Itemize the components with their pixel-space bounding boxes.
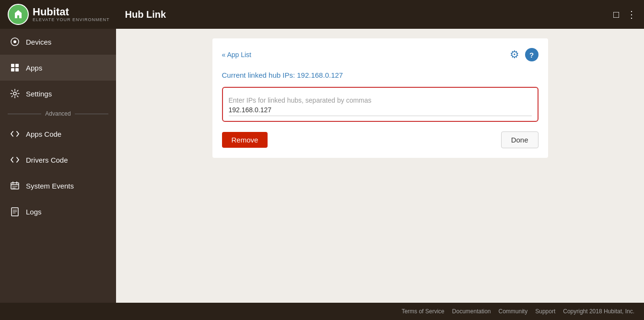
done-button[interactable]: Done	[501, 131, 539, 148]
advanced-divider: Advanced	[0, 107, 116, 121]
footer: Terms of Service Documentation Community…	[0, 303, 644, 320]
sidebar-label-apps-code: Apps Code	[26, 130, 61, 138]
svg-rect-3	[11, 64, 14, 67]
panel-toolbar: « App List ⚙ ?	[222, 48, 539, 61]
sidebar-item-settings[interactable]: Settings	[0, 81, 116, 107]
header: Hubitat ELEVATE YOUR ENVIRONMENT Hub Lin…	[0, 0, 644, 29]
footer-support[interactable]: Support	[535, 308, 555, 315]
sidebar: Devices Apps Settings	[0, 29, 116, 303]
apps-icon	[10, 62, 20, 73]
sidebar-label-devices: Devices	[26, 38, 51, 46]
sidebar-item-apps-code[interactable]: Apps Code	[0, 121, 116, 147]
logo: Hubitat ELEVATE YOUR ENVIRONMENT	[8, 4, 110, 25]
app-list-link[interactable]: « App List	[222, 51, 252, 59]
current-ips-label: Current linked hub IPs: 192.168.0.127	[222, 71, 539, 79]
sidebar-label-settings: Settings	[26, 90, 52, 98]
sidebar-item-system-events[interactable]: System Events	[0, 173, 116, 199]
svg-rect-5	[11, 68, 14, 71]
content-area: « App List ⚙ ? Current linked hub IPs: 1…	[116, 29, 644, 303]
panel-actions: Remove Done	[222, 131, 539, 148]
ip-input-placeholder: Enter IPs for linked hubs, separated by …	[229, 96, 532, 104]
sidebar-label-apps: Apps	[26, 64, 42, 72]
footer-documentation[interactable]: Documentation	[452, 308, 491, 315]
ip-input-container: Enter IPs for linked hubs, separated by …	[222, 87, 539, 122]
sidebar-item-drivers-code[interactable]: Drivers Code	[0, 147, 116, 173]
page-title: Hub Link	[125, 9, 166, 20]
content-panel: « App List ⚙ ? Current linked hub IPs: 1…	[212, 38, 548, 158]
ip-input-field[interactable]: Enter IPs for linked hubs, separated by …	[229, 96, 532, 116]
svg-point-7	[13, 92, 16, 95]
advanced-label: Advanced	[45, 110, 70, 117]
help-button[interactable]: ?	[525, 48, 539, 61]
menu-icon[interactable]: ⋮	[627, 9, 636, 20]
header-right: □ ⋮	[613, 9, 636, 20]
svg-rect-6	[15, 68, 19, 71]
logo-brand: Hubitat	[33, 7, 110, 17]
svg-rect-4	[15, 64, 19, 67]
settings-icon	[10, 88, 20, 99]
footer-terms[interactable]: Terms of Service	[401, 308, 444, 315]
events-icon	[10, 180, 20, 191]
drivers-code-icon	[10, 154, 20, 165]
chat-icon[interactable]: □	[613, 9, 619, 20]
panel-icons: ⚙ ?	[510, 48, 539, 61]
remove-button[interactable]: Remove	[222, 132, 268, 148]
main-layout: Devices Apps Settings	[0, 29, 644, 303]
devices-icon	[10, 36, 20, 47]
apps-code-icon	[10, 129, 20, 139]
ip-input-value: 192.168.0.127	[229, 106, 532, 114]
footer-copyright: Copyright 2018 Hubitat, Inc.	[563, 308, 634, 315]
header-left: Hubitat ELEVATE YOUR ENVIRONMENT Hub Lin…	[8, 4, 166, 25]
logo-icon	[8, 4, 29, 25]
sidebar-item-apps[interactable]: Apps	[0, 55, 116, 81]
sidebar-label-drivers-code: Drivers Code	[26, 156, 68, 164]
logo-text: Hubitat ELEVATE YOUR ENVIRONMENT	[33, 7, 110, 22]
logo-tagline: ELEVATE YOUR ENVIRONMENT	[33, 17, 110, 22]
svg-point-0	[17, 11, 19, 13]
svg-point-2	[13, 40, 16, 43]
sidebar-label-logs: Logs	[26, 208, 42, 216]
sidebar-item-devices[interactable]: Devices	[0, 29, 116, 55]
logs-icon	[10, 206, 20, 217]
sidebar-label-system-events: System Events	[26, 182, 74, 190]
sidebar-item-logs[interactable]: Logs	[0, 199, 116, 225]
footer-community[interactable]: Community	[499, 308, 528, 315]
gear-button[interactable]: ⚙	[510, 48, 519, 61]
